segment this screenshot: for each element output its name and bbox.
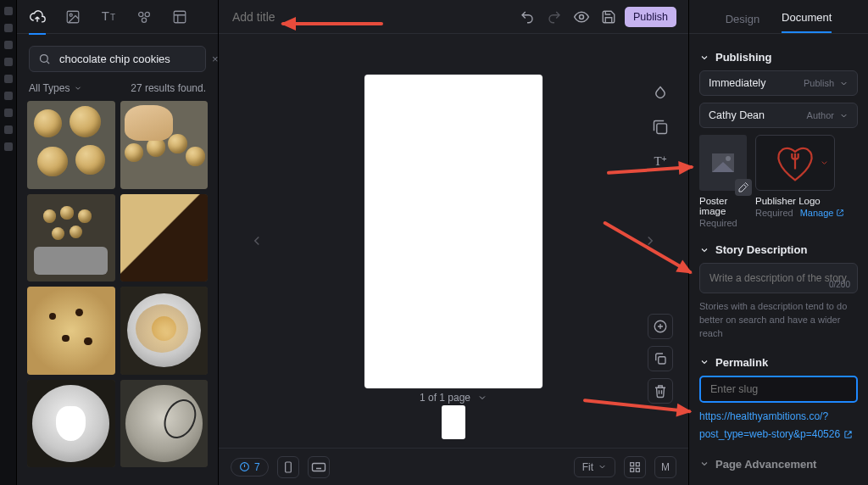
- results-count: 27 results found.: [131, 82, 206, 94]
- section-publishing[interactable]: Publishing: [699, 51, 858, 64]
- permalink-url[interactable]: https://healthyambitions.co/? post_type=…: [699, 410, 858, 443]
- tab-shapes[interactable]: [136, 8, 153, 25]
- zoom-fit-button[interactable]: Fit: [574, 457, 615, 477]
- svg-rect-12: [285, 462, 291, 472]
- m-button[interactable]: M: [654, 456, 676, 478]
- preview-button[interactable]: [570, 6, 593, 28]
- section-label: Permalink: [715, 356, 768, 369]
- canvas-viewport[interactable]: T+ 1 of 1 page: [219, 34, 688, 448]
- tab-text[interactable]: TT: [100, 8, 117, 25]
- chevron-left-icon: [249, 233, 264, 248]
- media-tool[interactable]: [648, 114, 673, 140]
- publish-button[interactable]: Publish: [625, 7, 676, 27]
- poster-image-upload[interactable]: [699, 135, 747, 191]
- tab-image[interactable]: [64, 8, 81, 25]
- pencil-icon: [738, 182, 748, 192]
- device-icon: [281, 460, 295, 474]
- image-stack-icon: [652, 119, 669, 136]
- redo-button[interactable]: [543, 6, 565, 28]
- page-thumbnail[interactable]: [442, 405, 465, 439]
- text-plus-icon: T+: [654, 154, 666, 169]
- page-indicator[interactable]: 1 of 1 page: [420, 392, 487, 404]
- safe-zone-toggle[interactable]: [277, 456, 299, 478]
- slug-text[interactable]: [709, 382, 849, 396]
- story-page[interactable]: [364, 75, 542, 388]
- section-label: Page Advancement: [715, 458, 816, 471]
- svg-point-1: [70, 14, 72, 16]
- tab-upload-media[interactable]: [29, 8, 46, 25]
- strip-tool[interactable]: [4, 75, 13, 83]
- duplicate-page-button[interactable]: [648, 346, 673, 371]
- strip-tool[interactable]: [4, 92, 13, 100]
- strip-tool[interactable]: [4, 41, 13, 49]
- section-permalink[interactable]: Permalink: [699, 356, 858, 369]
- strip-tool[interactable]: [4, 109, 13, 117]
- external-link-icon: [843, 430, 853, 439]
- svg-point-7: [580, 14, 584, 19]
- add-page-button[interactable]: [648, 314, 673, 339]
- logo-status: Required: [755, 208, 793, 218]
- media-thumb[interactable]: [120, 101, 209, 189]
- plus-circle-icon: [653, 319, 668, 334]
- layout-icon: [172, 9, 187, 25]
- tab-document[interactable]: Document: [782, 11, 832, 33]
- cloud-upload-icon: [29, 10, 46, 24]
- delete-page-button[interactable]: [648, 378, 673, 404]
- media-thumb[interactable]: [120, 194, 209, 282]
- author-label: Author: [807, 110, 834, 120]
- keyboard-button[interactable]: [308, 456, 330, 478]
- grid-view-button[interactable]: [624, 456, 646, 478]
- media-type-filter[interactable]: All Types: [29, 82, 82, 94]
- media-thumb[interactable]: [27, 194, 115, 282]
- section-page-advancement[interactable]: Page Advancement: [699, 458, 858, 471]
- undo-button[interactable]: [516, 6, 538, 28]
- checklist-button[interactable]: 7: [231, 458, 269, 477]
- eye-icon: [573, 8, 590, 25]
- media-search[interactable]: ×: [29, 46, 206, 72]
- app-tool-strip: [0, 0, 17, 485]
- fit-label: Fit: [582, 461, 593, 473]
- media-results-grid: [17, 101, 218, 485]
- story-description-text[interactable]: [708, 271, 849, 285]
- chevron-down-icon: [839, 111, 849, 120]
- strip-tool[interactable]: [4, 7, 13, 15]
- edit-poster-button[interactable]: [735, 179, 752, 196]
- droplet-icon: [652, 85, 669, 102]
- media-thumb[interactable]: [120, 380, 209, 468]
- svg-rect-17: [636, 468, 639, 471]
- inspector-panel: Design Document Publishing Immediately P…: [688, 0, 868, 485]
- slug-input[interactable]: [699, 376, 858, 403]
- tab-templates[interactable]: [171, 8, 188, 25]
- heart-fork-logo-icon: [771, 142, 819, 183]
- external-link-icon: [836, 209, 844, 217]
- svg-rect-13: [312, 463, 325, 471]
- story-description-input[interactable]: 0/200: [699, 263, 858, 293]
- prev-page-button[interactable]: [244, 228, 270, 254]
- media-thumb[interactable]: [120, 287, 209, 375]
- char-counter: 0/200: [829, 280, 850, 289]
- chevron-down-icon: [699, 357, 709, 367]
- media-thumb[interactable]: [27, 380, 115, 468]
- svg-point-4: [142, 18, 146, 22]
- publisher-logo-select[interactable]: [755, 135, 835, 191]
- author-select[interactable]: Cathy Dean Author: [699, 103, 858, 128]
- strip-tool[interactable]: [4, 24, 13, 32]
- strip-tool[interactable]: [4, 142, 13, 151]
- svg-point-3: [145, 12, 149, 16]
- media-thumb[interactable]: [27, 101, 115, 189]
- publish-schedule-select[interactable]: Immediately Publish: [699, 70, 858, 96]
- chevron-down-icon: [74, 84, 82, 92]
- media-thumb[interactable]: [27, 287, 115, 375]
- undo-icon: [520, 9, 535, 25]
- background-tool[interactable]: [648, 81, 673, 106]
- section-label: Publishing: [715, 51, 771, 64]
- strip-tool[interactable]: [4, 125, 13, 134]
- keyboard-icon: [311, 461, 326, 473]
- strip-tool[interactable]: [4, 58, 13, 66]
- save-button[interactable]: [598, 6, 620, 28]
- description-hint: Stories with a description tend to do be…: [699, 300, 858, 341]
- manage-logo-link[interactable]: Manage: [800, 208, 845, 218]
- media-search-input[interactable]: [58, 52, 203, 66]
- tab-design[interactable]: Design: [726, 13, 760, 33]
- section-story-description[interactable]: Story Description: [699, 243, 858, 256]
